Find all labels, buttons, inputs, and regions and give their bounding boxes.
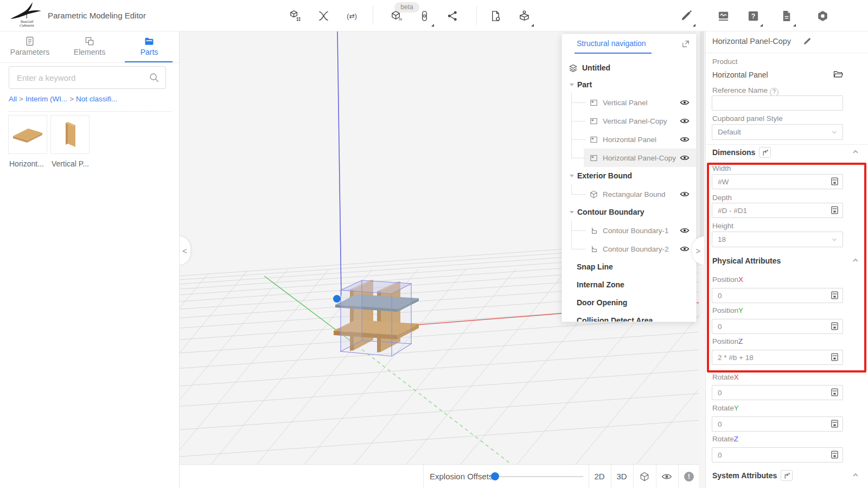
visibility-eye-icon[interactable] (680, 116, 690, 126)
toolbar-separator (476, 6, 477, 25)
svg-text:(⇄): (⇄) (347, 12, 357, 20)
reference-name-input[interactable] (712, 99, 843, 107)
rotate-z-input[interactable] (712, 451, 843, 459)
tree-group-door-opening[interactable]: Door Opening (562, 293, 696, 312)
tree-item-rectangular-bound[interactable]: Rectangular Bound (562, 185, 696, 203)
collapse-section-icon[interactable] (851, 256, 860, 265)
breadcrumb-link-all[interactable]: All (9, 95, 17, 103)
formula-calculator-icon[interactable] (830, 177, 839, 186)
tree-group-internal-zone[interactable]: Internal Zone (562, 275, 696, 294)
model-library-icon[interactable] (288, 9, 302, 23)
depth-label: Depth (712, 194, 732, 202)
tab-elements[interactable]: Elements (60, 31, 119, 62)
search-input[interactable] (9, 73, 148, 82)
formula-calculator-icon[interactable] (830, 450, 839, 459)
collapse-triangle-icon[interactable] (570, 175, 574, 177)
formula-calculator-icon[interactable] (830, 291, 839, 300)
dashed-divider (8, 111, 171, 112)
help-icon[interactable]: ? (746, 9, 760, 23)
tree-item-horizontal-panel-copy[interactable]: Horizontal Panel-Copy (562, 149, 696, 167)
knot-tool-icon[interactable] (316, 9, 330, 23)
document-icon[interactable] (779, 9, 793, 23)
formula-calculator-icon[interactable] (830, 206, 839, 215)
formula-calculator-icon[interactable] (830, 352, 839, 362)
swap-tool-icon[interactable]: (⇄) (344, 9, 359, 23)
search-icon[interactable] (148, 72, 160, 84)
activity-monitor-icon[interactable] (716, 9, 730, 23)
tree-item-vertical-panel-copy[interactable]: Vertical Panel-Copy (562, 112, 696, 130)
collapse-section-icon[interactable] (851, 147, 860, 156)
collapse-section-icon[interactable] (851, 471, 860, 479)
part-card-vertical-panel[interactable] (50, 115, 90, 154)
tree-item-horizontal-panel[interactable]: Horizontal Panel (562, 130, 696, 149)
visibility-eye-icon[interactable] (680, 98, 690, 107)
tree-group-contour-boundary[interactable]: Contour Boundary (562, 203, 696, 221)
chevron-down-icon (831, 129, 838, 136)
width-input[interactable] (712, 178, 843, 186)
system-attributes-header: System Attributes (712, 470, 793, 481)
parametric-cube-fx-icon[interactable]: fx (390, 9, 404, 23)
rename-pencil-icon[interactable] (802, 36, 812, 46)
rotate-x-input[interactable] (712, 389, 843, 397)
open-product-folder-icon[interactable] (833, 69, 844, 80)
file-export-icon[interactable] (488, 9, 502, 23)
system-driver-icon[interactable] (781, 470, 793, 481)
position-x-input[interactable] (712, 292, 843, 300)
perspective-cube-button[interactable] (634, 465, 655, 488)
formula-calculator-icon[interactable] (830, 419, 839, 428)
rotate-y-input[interactable] (712, 420, 843, 428)
depth-input[interactable] (712, 207, 843, 215)
vertical-panel-thumbnail (51, 115, 89, 153)
visibility-eye-icon[interactable] (680, 244, 690, 254)
tree-item-contour-boundary-2[interactable]: Contour Boundary-2 (562, 240, 696, 258)
position-z-input[interactable] (712, 354, 843, 362)
dimensions-driver-icon[interactable] (759, 147, 771, 158)
view-2d-button[interactable]: 2D (589, 465, 610, 488)
dropdown-caret (793, 24, 796, 27)
visibility-eye-icon[interactable] (680, 134, 690, 144)
explosion-offsets-slider-track[interactable] (491, 476, 583, 477)
tab-parts[interactable]: Parts (119, 31, 179, 62)
tree-group-snap-line[interactable]: Snap Line (562, 258, 696, 276)
axis-z (337, 31, 341, 296)
expand-panel-icon[interactable] (681, 39, 691, 49)
collapse-triangle-icon[interactable] (570, 211, 574, 214)
breadcrumb-separator: > (69, 95, 74, 103)
model-3d[interactable] (333, 280, 419, 356)
visibility-eye-icon[interactable] (680, 189, 690, 199)
collapse-triangle-icon[interactable] (570, 84, 574, 86)
tab-parameters[interactable]: Parameters (0, 31, 60, 62)
origin-point[interactable] (333, 295, 341, 303)
tree-root-untitled[interactable]: Untitled (562, 59, 696, 77)
position-y-input[interactable] (712, 323, 843, 331)
structural-navigation-tab[interactable]: Structural navigation (577, 39, 646, 48)
product-package-icon[interactable] (517, 9, 531, 23)
formula-calculator-icon[interactable] (830, 388, 839, 397)
warnings-button[interactable]: ! (678, 465, 700, 488)
cupboard-style-select[interactable]: Default (712, 124, 843, 140)
visibility-eye-icon[interactable] (680, 226, 690, 235)
link-constraint-icon[interactable] (417, 9, 431, 23)
width-field (712, 174, 843, 189)
tree-group-collision-detect-area[interactable]: Collision Detect Area (562, 311, 696, 322)
tree-group-part[interactable]: Part (562, 75, 696, 94)
view-3d-button[interactable]: 3D (611, 465, 633, 488)
share-relations-icon[interactable] (445, 9, 459, 23)
edit-pencil-icon[interactable] (679, 9, 693, 23)
breadcrumb-link-interim[interactable]: Interim (WI... (25, 95, 67, 103)
tree-group-exterior-bound[interactable]: Exterior Bound (562, 166, 696, 185)
visibility-button[interactable] (656, 465, 678, 488)
formula-calculator-icon[interactable] (830, 322, 839, 331)
tab-parts-label: Parts (119, 48, 179, 56)
scrollbar[interactable] (700, 31, 704, 249)
part-label-horizontal: Horizont... (9, 159, 44, 168)
visibility-eye-icon[interactable] (680, 153, 690, 163)
breadcrumb-link-notclassified[interactable]: Not classifi... (76, 95, 118, 103)
tree-item-vertical-panel[interactable]: Vertical Panel (562, 93, 696, 112)
tree-item-contour-boundary-1[interactable]: Contour Boundary-1 (562, 221, 696, 240)
part-card-horizontal-panel[interactable] (8, 115, 47, 154)
cube-icon (639, 471, 650, 482)
settings-nut-icon[interactable] (815, 9, 829, 23)
explosion-offsets-slider-knob[interactable] (491, 472, 499, 480)
height-select[interactable]: 18 (712, 232, 843, 247)
